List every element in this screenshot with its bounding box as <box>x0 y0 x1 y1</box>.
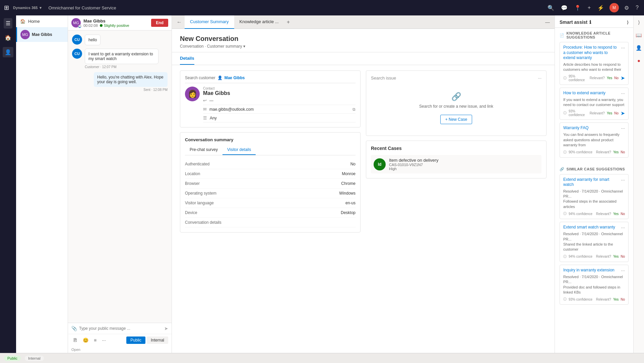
person-sidebar-icon[interactable]: 👤 <box>3 47 13 57</box>
knowledge-section-icon: 📄 <box>560 33 565 38</box>
knowledge-item-3-dots[interactable]: ··· <box>621 125 625 131</box>
knowledge-item-3-title[interactable]: Warranty FAQ <box>563 125 619 131</box>
relevant-label-3: Relevant? <box>596 150 611 154</box>
os-value: Windows <box>339 191 356 196</box>
relevant-no-1[interactable]: No <box>614 76 619 80</box>
conv-row-location: Location Monroe <box>185 169 356 179</box>
similar-section-label: Similar case suggestions <box>567 167 625 171</box>
knowledge-item-2-dots[interactable]: ··· <box>621 91 625 96</box>
chat-input[interactable] <box>79 326 162 331</box>
send-icon-2[interactable]: ➤ <box>621 110 625 116</box>
format-icon[interactable]: 🖹 <box>71 336 79 344</box>
public-tab[interactable]: Public <box>126 336 145 344</box>
top-nav: ⊞ Dynamics 365 ▾ Omnichannel for Custome… <box>0 0 644 15</box>
attachment-icon[interactable]: 📎 <box>71 326 77 331</box>
search-icon[interactable]: 🔍 <box>546 3 556 12</box>
similar-case-1-title[interactable]: Extend warranty for smart watch <box>563 177 619 188</box>
case-title-1[interactable]: Item defective on delivery <box>389 158 438 163</box>
relevant-no-s2[interactable]: No <box>621 255 625 258</box>
content-nav-back[interactable]: ← <box>174 18 185 27</box>
tab-customer-summary[interactable]: Customer Summary <box>185 15 234 29</box>
session-contact-avatar: MG <box>20 30 30 39</box>
internal-tab[interactable]: Internal <box>147 336 168 344</box>
relevant-yes-s3[interactable]: Yes <box>613 298 619 301</box>
right-sidebar-circle-icon[interactable]: ● <box>636 56 642 65</box>
content-tabs-bar: ← Customer Summary Knowledge article ...… <box>172 15 555 29</box>
relevant-yes-s2[interactable]: Yes <box>613 255 619 258</box>
email-copy-icon[interactable]: ⧉ <box>352 107 356 112</box>
search-issue-dots[interactable]: ··· <box>538 75 541 81</box>
end-chat-button[interactable]: End <box>151 19 168 27</box>
right-sidebar-expand-icon[interactable]: ⟩ <box>637 18 641 27</box>
relevant-no-3[interactable]: No <box>621 150 625 154</box>
send-icon[interactable]: ➤ <box>164 326 168 331</box>
tab-knowledge-article[interactable]: Knowledge article ... <box>234 15 284 29</box>
session-contact-item[interactable]: MG Mae Gibbs <box>16 27 68 42</box>
help-icon[interactable]: ? <box>634 3 640 12</box>
chat-icon[interactable]: 💬 <box>560 3 569 12</box>
contact-phone: --- <box>209 98 213 103</box>
app-dropdown-icon[interactable]: ▾ <box>40 6 42 10</box>
right-sidebar-profile-icon[interactable]: 👤 <box>634 44 643 52</box>
menu-icon[interactable]: ☰ <box>4 18 12 29</box>
smart-assist-expand-icon[interactable]: ⟩ <box>627 20 629 25</box>
user-avatar[interactable]: M <box>609 3 619 12</box>
similar-case-3-footer: ⓘ 93% confidence Relevant? Yes No <box>563 297 625 302</box>
similar-case-2-title[interactable]: Extend smart watch warranty <box>563 225 619 230</box>
session-home-item[interactable]: 🏠 Home <box>16 15 68 27</box>
settings-icon[interactable]: ⚙ <box>623 3 630 12</box>
status-internal[interactable]: Internal <box>25 356 44 361</box>
relevant-no-2[interactable]: No <box>614 111 619 115</box>
conv-tab-visitor[interactable]: Visitor details <box>222 145 256 155</box>
more-icon[interactable]: ··· <box>101 336 107 344</box>
home-sidebar-icon[interactable]: 🏠 <box>3 33 13 43</box>
sentiment-dot <box>100 24 103 27</box>
add-tab-button[interactable]: + <box>284 15 293 29</box>
knowledge-item-2-title[interactable]: How to extend warranty <box>563 91 619 96</box>
relevant-yes-1[interactable]: Yes <box>607 76 612 80</box>
chat-panel: MG 💬 Mae Gibbs 00:02:08 Slightly positiv… <box>68 15 172 353</box>
message-row: CU I want to get a warranty extension to… <box>72 49 168 69</box>
status-public[interactable]: Public <box>4 356 21 361</box>
relevant-yes-s1[interactable]: Yes <box>613 212 619 216</box>
relevant-yes-2[interactable]: Yes <box>607 111 612 115</box>
new-case-button[interactable]: + New Case <box>440 115 472 124</box>
knowledge-section-label: Knowledge article suggestions <box>567 31 629 39</box>
customer-link[interactable]: Mae Gibbs <box>224 75 245 80</box>
relevant-yes-3[interactable]: Yes <box>613 150 619 154</box>
summary-breadcrumb: Conversation · Customer summary ▾ <box>180 44 546 49</box>
conv-tab-prechat[interactable]: Pre-chat survey <box>185 145 222 155</box>
similar-case-2-desc: Resolved · 7/14/2020 · Omnichannel PR...… <box>563 231 625 252</box>
relevant-no-s1[interactable]: No <box>621 212 625 216</box>
breadcrumb-dropdown[interactable]: ▾ <box>243 44 245 49</box>
recent-cases-title: Recent Cases <box>371 146 541 151</box>
minimize-icon[interactable]: — <box>542 19 553 25</box>
right-sidebar-book-icon[interactable]: 📖 <box>634 31 643 40</box>
knowledge-item-3-header: Warranty FAQ ··· <box>563 125 625 131</box>
similar-case-3-title[interactable]: Inquiry in warranty extension <box>563 268 619 273</box>
recent-cases-card: Recent Cases Id Item defective on delive… <box>366 141 546 178</box>
contact-card: 👩 Contact Mae Gibbs ↩ --- ✉ <box>185 87 356 122</box>
similar-case-3-dots[interactable]: ··· <box>621 268 625 273</box>
similar-case-2-dots[interactable]: ··· <box>621 225 625 230</box>
similar-case-3-confidence: 93% confidence <box>569 298 592 301</box>
contact-email: mae.gibbs@outlook.com <box>209 107 254 112</box>
add-icon[interactable]: + <box>586 3 592 12</box>
send-icon-1[interactable]: ➤ <box>621 75 625 81</box>
filter-icon[interactable]: ⚡ <box>596 3 605 12</box>
relevant-no-s3[interactable]: No <box>621 298 625 301</box>
apps-grid-icon[interactable]: ⊞ <box>4 4 9 11</box>
knowledge-item-1-dots[interactable]: ··· <box>621 45 625 50</box>
knowledge-item-2: How to extend warranty ··· If you want t… <box>560 88 629 120</box>
summary-right-col: Search issue ··· 🔗 Search for or create … <box>366 70 546 232</box>
similar-case-1-dots[interactable]: ··· <box>621 177 625 183</box>
similar-case-3: Inquiry in warranty extension ··· Resolv… <box>560 265 629 305</box>
location-icon[interactable]: 📍 <box>573 3 582 12</box>
knowledge-item-1-title[interactable]: Procedure: How to respond to a customer … <box>563 45 619 61</box>
language-label: Visitor language <box>185 201 214 205</box>
nav-details[interactable]: Details <box>180 52 194 65</box>
emoji-icon[interactable]: 😊 <box>81 336 90 344</box>
kb-icon[interactable]: ≡ <box>92 336 98 344</box>
search-issue-label: Search issue <box>371 75 396 81</box>
location-label: Location <box>185 171 200 176</box>
